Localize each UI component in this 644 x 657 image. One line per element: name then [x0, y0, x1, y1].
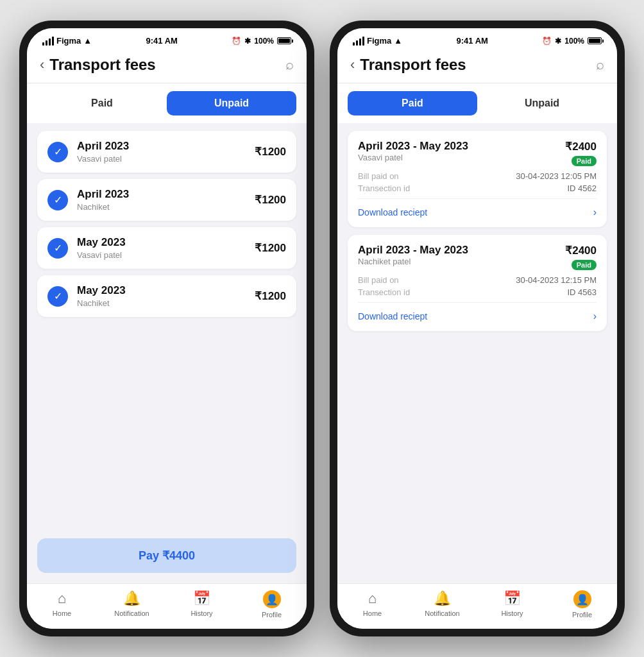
paid-badge-2: Paid	[572, 260, 597, 270]
paid-date-range-1: April 2023 - May 2023	[358, 140, 468, 153]
paid-list-2: April 2023 - May 2023 Vasavi patel ₹2400…	[337, 123, 617, 583]
fee-item-4: ✓ May 2023 Nachiket ₹1200	[37, 275, 296, 317]
signal-icon	[42, 37, 54, 46]
bill-paid-label-1: Bill paid on	[358, 171, 399, 181]
app-header-2: ‹ Transport fees ⌕	[337, 49, 617, 83]
header-left-1: ‹ Transport fees	[40, 56, 156, 74]
status-right-1: ⏰ ✱ 100%	[232, 37, 291, 46]
wifi-icon-2: ▲	[394, 36, 402, 46]
nav-profile-1[interactable]: 👤 Profile	[237, 590, 307, 619]
tab-paid-2[interactable]: Paid	[348, 91, 477, 115]
tab-unpaid-1[interactable]: Unpaid	[167, 91, 296, 115]
download-row-1: Download reciept ›	[358, 204, 597, 218]
fee-amount-4: ₹1200	[255, 289, 286, 303]
fee-month-4: May 2023	[77, 284, 246, 297]
paid-card-left-2: April 2023 - May 2023 Nachiket patel	[358, 244, 468, 273]
bill-paid-label-2: Bill paid on	[358, 275, 399, 285]
battery-icon	[277, 37, 291, 44]
paid-person-2: Nachiket patel	[358, 257, 468, 266]
fee-info-3: May 2023 Vasavi patel	[77, 236, 246, 260]
page-title-2: Transport fees	[360, 56, 466, 74]
status-right-2: ⏰ ✱ 100%	[542, 37, 602, 46]
wifi-icon: ▲	[83, 36, 92, 46]
battery-icon-2	[588, 37, 602, 44]
paid-detail-row-1a: Bill paid on 30-04-2023 12:05 PM	[358, 171, 597, 181]
phone-1: Figma ▲ 9:41 AM ⏰ ✱ 100% ‹ Transport fee…	[19, 21, 314, 636]
nav-history-label-2: History	[501, 610, 523, 617]
check-icon-2: ✓	[47, 190, 68, 210]
download-button-1[interactable]: Download reciept	[358, 207, 427, 218]
fee-info-4: May 2023 Nachiket	[77, 284, 246, 308]
paid-person-1: Vasavi patel	[358, 153, 468, 162]
signal-icon-2	[353, 37, 364, 46]
fee-info-1: April 2023 Vasavi patel	[77, 140, 246, 164]
fee-amount-3: ₹1200	[255, 241, 286, 255]
nav-notification-1[interactable]: 🔔 Notification	[97, 590, 167, 619]
transaction-label-2: Transection id	[358, 287, 410, 297]
home-icon-1: ⌂	[58, 590, 66, 607]
fee-person-2: Nachiket	[77, 202, 246, 212]
transaction-id-2: ID 4563	[567, 287, 597, 297]
paid-detail-row-2a: Bill paid on 30-04-2023 12:15 PM	[358, 275, 597, 285]
nav-home-2[interactable]: ⌂ Home	[337, 590, 407, 619]
fee-person-3: Vasavi patel	[77, 250, 246, 260]
fee-list-1: ✓ April 2023 Vasavi patel ₹1200 ✓ April …	[27, 123, 307, 531]
paid-card-1: April 2023 - May 2023 Vasavi patel ₹2400…	[348, 131, 607, 227]
bluetooth-icon-2: ✱	[555, 37, 561, 46]
status-bar-2: Figma ▲ 9:41 AM ⏰ ✱ 100%	[337, 28, 617, 49]
paid-card-header-1: April 2023 - May 2023 Vasavi patel ₹2400…	[358, 140, 597, 169]
search-button-2[interactable]: ⌕	[596, 56, 604, 73]
nav-profile-label-1: Profile	[262, 611, 282, 619]
paid-amount-1: ₹2400	[565, 140, 597, 153]
nav-history-1[interactable]: 📅 History	[167, 590, 237, 619]
profile-icon-2: 👤	[573, 590, 591, 608]
nav-history-2[interactable]: 📅 History	[477, 590, 547, 619]
fee-amount-1: ₹1200	[255, 145, 286, 158]
battery-pct: 100%	[254, 37, 274, 46]
nav-home-label-2: Home	[363, 610, 382, 617]
fee-month-2: April 2023	[77, 188, 246, 201]
fee-person-1: Vasavi patel	[77, 154, 246, 164]
time-label: 9:41 AM	[146, 36, 178, 46]
download-button-2[interactable]: Download reciept	[358, 311, 427, 321]
chevron-icon-1: ›	[593, 207, 597, 218]
status-left-2: Figma ▲	[353, 36, 402, 46]
fee-person-4: Nachiket	[77, 298, 246, 308]
header-left-2: ‹ Transport fees	[350, 56, 466, 74]
back-button-1[interactable]: ‹	[40, 56, 44, 73]
back-button-2[interactable]: ‹	[350, 56, 355, 73]
paid-card-left-1: April 2023 - May 2023 Vasavi patel	[358, 140, 468, 169]
fee-item-2: ✓ April 2023 Nachiket ₹1200	[37, 179, 296, 221]
paid-detail-row-1b: Transection id ID 4562	[358, 183, 597, 193]
divider-1	[358, 198, 597, 199]
home-icon-2: ⌂	[368, 590, 377, 607]
fee-month-1: April 2023	[77, 140, 246, 153]
paid-amount-wrap-2: ₹2400 Paid	[565, 244, 597, 270]
divider-2	[358, 302, 597, 303]
pay-button[interactable]: Pay ₹4400	[37, 538, 296, 573]
nav-home-label-1: Home	[53, 610, 71, 617]
nav-profile-2[interactable]: 👤 Profile	[547, 590, 617, 619]
bluetooth-icon: ✱	[244, 37, 251, 46]
phone-2-screen: Figma ▲ 9:41 AM ⏰ ✱ 100% ‹ Transport fee…	[337, 28, 617, 629]
network-label: Figma	[56, 36, 81, 46]
paid-detail-row-2b: Transection id ID 4563	[358, 287, 597, 297]
nav-history-label-1: History	[191, 610, 212, 617]
nav-home-1[interactable]: ⌂ Home	[27, 590, 97, 619]
fee-info-2: April 2023 Nachiket	[77, 188, 246, 212]
bell-icon-1: 🔔	[123, 590, 140, 607]
tab-unpaid-2[interactable]: Unpaid	[477, 91, 607, 115]
nav-notif-label-1: Notification	[114, 610, 149, 617]
pay-bar: Pay ₹4400	[27, 531, 307, 583]
phone-2: Figma ▲ 9:41 AM ⏰ ✱ 100% ‹ Transport fee…	[330, 21, 625, 636]
paid-badge-1: Paid	[572, 156, 597, 166]
tab-toggle-2: Paid Unpaid	[337, 83, 617, 123]
tab-toggle-1: Paid Unpaid	[27, 83, 307, 123]
fee-month-3: May 2023	[77, 236, 246, 249]
tab-paid-1[interactable]: Paid	[37, 91, 167, 115]
status-bar-1: Figma ▲ 9:41 AM ⏰ ✱ 100%	[27, 28, 307, 49]
nav-notification-2[interactable]: 🔔 Notification	[407, 590, 477, 619]
battery-pct-2: 100%	[564, 37, 584, 46]
search-button-1[interactable]: ⌕	[285, 56, 294, 73]
transaction-id-1: ID 4562	[567, 183, 597, 193]
